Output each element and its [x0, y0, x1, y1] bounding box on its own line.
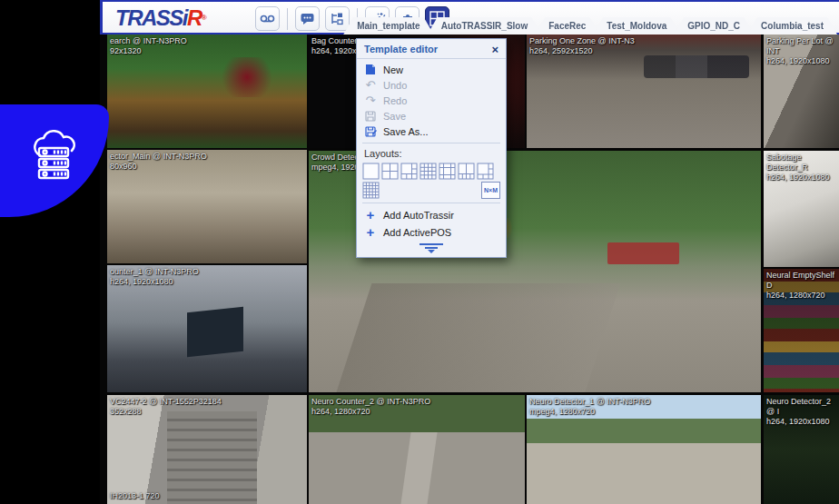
camera-tile-square[interactable]: Neuro Detector_1 @ INT-N3PRO mpeg4, 1280…	[527, 395, 761, 504]
tab-label: Test_Moldova	[607, 21, 666, 31]
plus-icon: +	[364, 225, 377, 239]
layout-icon-center-merged[interactable]	[439, 163, 456, 180]
popup-separator	[362, 203, 500, 203]
menu-item-label: Redo	[383, 95, 407, 106]
scene-decor	[217, 57, 277, 97]
tab-label: AutoTRASSIR_Slow	[441, 21, 528, 31]
logo-text-red: R	[187, 5, 202, 30]
camera-tile-trees[interactable]: Neuro Detector_2 @ I h264, 1920x1080	[764, 395, 839, 504]
menu-item-redo[interactable]: ↷ Redo	[357, 93, 506, 108]
close-icon[interactable]: ×	[491, 44, 498, 54]
scene-decor	[607, 242, 680, 264]
cloud-server-icon	[27, 130, 80, 183]
video-frame	[527, 35, 761, 148]
tab-main-template[interactable]: Main_template	[343, 17, 433, 35]
save-icon	[364, 111, 377, 122]
plus-icon: +	[364, 208, 377, 222]
chat-icon	[300, 11, 315, 26]
redo-icon: ↷	[364, 95, 377, 106]
menu-item-save[interactable]: Save	[357, 108, 506, 124]
registered-mark: ®	[202, 14, 207, 22]
camera-tile-toystore[interactable]: earch @ INT-N3PRO 92x1320	[107, 35, 307, 148]
tab-label: GPIO_ND_C	[687, 21, 740, 31]
scene-decor	[336, 283, 620, 392]
layout-icon-1x1[interactable]	[362, 163, 380, 180]
video-frame	[527, 395, 761, 504]
scene-decor	[167, 411, 257, 504]
layout-nxm-button[interactable]: N×M	[481, 182, 500, 199]
video-frame	[764, 269, 839, 392]
devices-icon	[330, 11, 345, 26]
tab-label: FaceRec	[548, 21, 586, 31]
collapse-bar	[420, 243, 443, 245]
layout-icon-4x4[interactable]	[420, 163, 437, 180]
tab-label: Columbia_test	[761, 21, 824, 31]
layout-options-row-1	[357, 162, 506, 181]
video-frame	[107, 150, 307, 263]
camera-tile-exhibition[interactable]: ounter_1 @ INT-N3PRO h264, 1920x1080	[107, 265, 307, 392]
chevron-down-icon	[428, 250, 435, 253]
menu-item-label: Undo	[383, 80, 407, 91]
layout-options-row-2: N×M	[357, 181, 506, 200]
menu-item-label: Save	[383, 111, 406, 122]
camera-tile-parking-zone[interactable]: Parking One Zone @ INT-N3 h264, 2592x152…	[527, 35, 761, 148]
menu-item-save-as[interactable]: Save As...	[357, 124, 506, 139]
tab-label: Main_template	[357, 21, 420, 31]
toolbar-divider	[287, 8, 288, 30]
devices-button[interactable]	[325, 6, 350, 31]
tab-gpio-nd-c[interactable]: GPIO_ND_C	[674, 17, 754, 35]
chat-button[interactable]	[295, 6, 320, 31]
scene-decor	[644, 55, 749, 78]
camera-tile-city-street[interactable]: VC2447-2 @ INT-1552P32184 352x288 IH2013…	[107, 395, 307, 504]
logo-text-blue: TRASSi	[115, 5, 187, 30]
collapse-bar	[425, 247, 438, 249]
menu-item-label: New	[383, 64, 403, 75]
add-activepos-item[interactable]: + Add ActivePOS	[357, 223, 506, 241]
save-as-icon	[364, 126, 377, 137]
toolbar: TRASSiR®	[100, 0, 839, 35]
tab-facerec[interactable]: FaceRec	[535, 17, 599, 35]
new-document-icon	[364, 64, 377, 75]
video-frame	[764, 35, 839, 148]
layout-icon-split-2x2[interactable]	[458, 163, 475, 180]
video-frame	[107, 35, 307, 148]
template-tabs: Main_template AutoTRASSIR_Slow FaceRec T…	[350, 15, 837, 35]
voicemail-button[interactable]	[255, 6, 280, 31]
layout-icon-corner-strip[interactable]	[477, 163, 494, 180]
left-black-strip	[0, 0, 107, 504]
trassir-logo: TRASSiR®	[115, 6, 207, 30]
screen: TRASSiR®	[0, 0, 839, 504]
scene-decor	[187, 307, 243, 357]
layout-icon-3x3-merged[interactable]	[400, 163, 418, 180]
undo-icon: ↶	[364, 80, 377, 91]
popup-title: Template editor	[364, 44, 438, 54]
layout-icon-5x5[interactable]	[362, 182, 380, 199]
camera-tile-crossroads[interactable]: Neuro Counter_2 @ INT-N3PRO h264, 1280x7…	[309, 395, 525, 504]
menu-item-new[interactable]: New	[357, 62, 506, 77]
camera-tile-store-interior[interactable]: ector_Main @ INT-N3PRO 80x960	[107, 150, 307, 263]
menu-item-undo[interactable]: ↶ Undo	[357, 77, 506, 93]
camera-tile-shelf[interactable]: Neural EmptyShelf D h264, 1280x720	[764, 269, 839, 392]
layouts-label: Layouts:	[357, 146, 506, 162]
camera-tile-parking-perimeter[interactable]: Parking Per Lot @ INT h264, 1920x1080	[764, 35, 839, 148]
popup-separator	[362, 143, 500, 143]
voicemail-icon	[260, 11, 275, 26]
layout-icon-2x2[interactable]	[381, 163, 399, 180]
add-item-label: Add AutoTrassir	[383, 210, 454, 221]
video-frame	[764, 395, 839, 504]
video-frame	[764, 151, 839, 267]
cloud-server-badge[interactable]	[0, 104, 109, 217]
tab-columbia-test[interactable]: Columbia_test	[747, 17, 837, 35]
menu-item-label: Save As...	[383, 126, 429, 137]
add-item-label: Add ActivePOS	[383, 227, 451, 238]
template-editor-popup: Template editor × New ↶ Undo ↷ Redo	[356, 38, 507, 258]
collapse-handle[interactable]	[357, 241, 506, 257]
tab-test-moldova[interactable]: Test_Moldova	[593, 17, 680, 35]
popup-titlebar: Template editor ×	[357, 39, 506, 59]
add-autotrassir-item[interactable]: + Add AutoTrassir	[357, 206, 506, 223]
tab-autotrassir-slow[interactable]: AutoTRASSIR_Slow	[428, 17, 542, 35]
camera-tile-sabotage[interactable]: Sabotage Detector_R h264, 1920x1080	[764, 151, 839, 267]
